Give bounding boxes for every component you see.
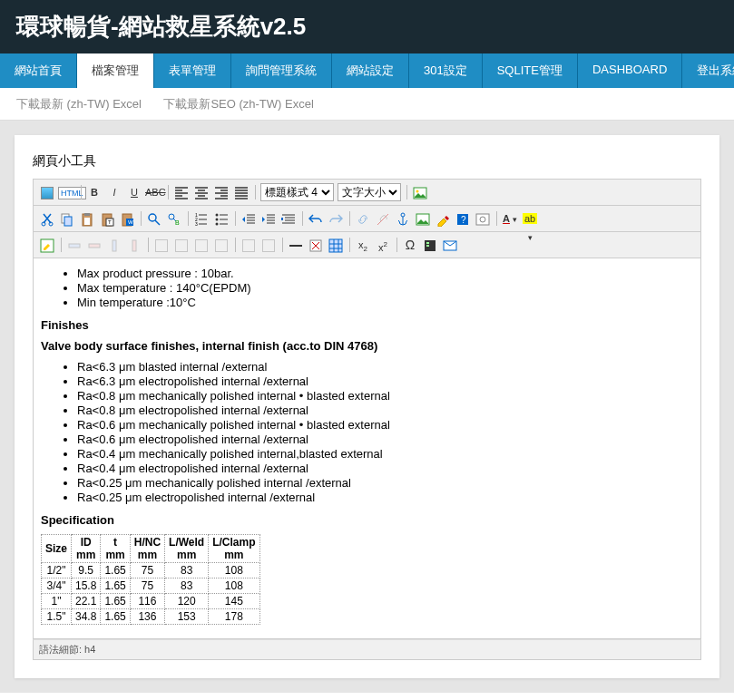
embed-icon[interactable] xyxy=(441,236,459,254)
unlink-icon[interactable] xyxy=(374,209,392,228)
list-item: Ra<0.4 μm mechanically polished internal… xyxy=(77,447,693,461)
source-icon[interactable] xyxy=(38,183,56,201)
image-button[interactable] xyxy=(411,183,429,201)
superscript-icon[interactable]: x2 xyxy=(374,236,392,254)
separator xyxy=(165,183,171,201)
fontsize-select[interactable]: 文字大小 xyxy=(338,183,401,201)
list-item: Ra<0.4 μm electropolished internal /exte… xyxy=(77,462,693,475)
svg-point-22 xyxy=(216,219,219,221)
merge-cells-icon[interactable] xyxy=(240,236,258,254)
separator xyxy=(299,209,305,228)
row-after-icon[interactable] xyxy=(172,236,191,254)
split-cells-icon[interactable] xyxy=(259,236,278,254)
svg-text:B: B xyxy=(175,219,180,226)
table-row: 1/2"9.51.657583108 xyxy=(42,563,260,578)
separator xyxy=(145,236,151,254)
align-justify-icon[interactable] xyxy=(232,183,250,201)
separator xyxy=(347,209,352,228)
special-char-icon[interactable]: Ω xyxy=(401,236,419,254)
separator xyxy=(58,236,64,254)
list-item: Ra<6.3 μm blasted internal /external xyxy=(77,360,693,374)
nav-item[interactable]: 網站首頁 xyxy=(0,53,77,88)
align-center-icon[interactable] xyxy=(192,183,210,201)
table-header: tmm xyxy=(101,535,130,563)
anchor-icon[interactable] xyxy=(394,209,412,228)
separator xyxy=(394,236,399,254)
nav-item[interactable]: SQLITE管理 xyxy=(483,53,578,88)
insert-col-icon[interactable] xyxy=(105,236,123,254)
download-seo-excel-link[interactable]: 下載最新SEO (zh-TW) Excel xyxy=(163,97,313,111)
help-icon[interactable]: ? xyxy=(454,209,472,228)
outdent-icon[interactable] xyxy=(240,209,258,228)
find-icon[interactable] xyxy=(145,209,163,228)
svg-point-23 xyxy=(216,223,219,226)
svg-rect-33 xyxy=(113,240,116,251)
col-after-icon[interactable] xyxy=(212,236,230,254)
redo-icon[interactable] xyxy=(327,209,345,228)
svg-text:3: 3 xyxy=(195,221,198,227)
sub-nav: 下載最新 (zh-TW) Excel 下載最新SEO (zh-TW) Excel xyxy=(0,88,734,121)
undo-icon[interactable] xyxy=(307,209,325,228)
main-nav: 網站首頁檔案管理表單管理詢問管理系統網站設定301設定SQLITE管理DASHB… xyxy=(0,53,734,88)
table-row: 1.5"34.81.65136153178 xyxy=(42,609,260,625)
indent-icon[interactable] xyxy=(259,209,278,228)
hr-icon[interactable] xyxy=(287,236,305,254)
code-icon[interactable] xyxy=(474,209,492,228)
svg-text:T: T xyxy=(108,219,112,225)
nav-item[interactable]: 301設定 xyxy=(409,53,483,88)
paste-word-icon[interactable]: W xyxy=(118,209,136,228)
nav-item[interactable]: DASHBOARD xyxy=(578,53,682,88)
nav-item[interactable]: 網站設定 xyxy=(332,53,409,88)
nav-item[interactable]: 登出系統 xyxy=(682,53,734,88)
paste-text-icon[interactable]: T xyxy=(98,209,116,228)
bold-button[interactable]: B xyxy=(85,183,103,201)
subscript-icon[interactable]: x2 xyxy=(354,236,372,254)
italic-button[interactable]: I xyxy=(105,183,123,201)
heading-select[interactable]: 標題樣式 4 xyxy=(260,183,334,201)
status-bar: 語法細節: h4 xyxy=(33,639,701,660)
col-before-icon[interactable] xyxy=(192,236,210,254)
svg-rect-36 xyxy=(329,239,342,252)
list-item: Ra<0.25 μm electropolished internal /ext… xyxy=(77,491,693,504)
separator xyxy=(252,183,258,201)
forecolor-button[interactable]: A ▾ xyxy=(501,209,519,228)
row-before-icon[interactable] xyxy=(152,236,171,254)
app-header: 環球暢貨-網站救星系統v2.5 xyxy=(0,0,734,53)
align-left-icon[interactable] xyxy=(172,183,191,201)
align-right-icon[interactable] xyxy=(212,183,230,201)
replace-icon[interactable]: B xyxy=(165,209,183,228)
blockquote-icon[interactable] xyxy=(279,209,298,228)
table-icon[interactable] xyxy=(327,236,345,254)
svg-point-24 xyxy=(401,213,405,217)
insert-row-icon[interactable] xyxy=(65,236,83,254)
delete-col-icon[interactable] xyxy=(125,236,143,254)
nav-item[interactable]: 詢問管理系統 xyxy=(231,53,332,88)
cut-icon[interactable] xyxy=(38,209,56,228)
delete-row-icon[interactable] xyxy=(85,236,103,254)
nav-item[interactable]: 檔案管理 xyxy=(77,53,154,88)
editor-content[interactable]: Max product pressure : 10bar.Max tempera… xyxy=(33,258,701,639)
strike-button[interactable]: ABC xyxy=(145,183,163,201)
cleanup-icon[interactable] xyxy=(434,209,452,228)
spec-table: SizeIDmmtmmH/NCmmL/WeldmmL/Clampmm 1/2"9… xyxy=(41,534,260,625)
separator xyxy=(185,209,191,228)
separator xyxy=(494,209,499,228)
ordered-list-icon[interactable]: 123 xyxy=(192,209,210,228)
svg-rect-32 xyxy=(89,244,100,248)
nav-item[interactable]: 表單管理 xyxy=(154,53,231,88)
download-excel-link[interactable]: 下載最新 (zh-TW) Excel xyxy=(16,97,142,111)
edit-icon[interactable] xyxy=(38,236,56,254)
svg-rect-7 xyxy=(84,213,90,216)
table-header: IDmm xyxy=(72,535,101,563)
paste-icon[interactable] xyxy=(78,209,96,228)
unordered-list-icon[interactable] xyxy=(212,209,230,228)
remove-format-icon[interactable] xyxy=(307,236,325,254)
table-header: Size xyxy=(42,535,72,563)
underline-button[interactable]: U xyxy=(125,183,143,201)
media-icon[interactable] xyxy=(421,236,439,254)
copy-icon[interactable] xyxy=(58,209,76,228)
link-icon[interactable] xyxy=(354,209,372,228)
html-button[interactable]: HTML xyxy=(58,183,76,201)
image-icon[interactable] xyxy=(414,209,432,228)
backcolor-button[interactable]: ab ▾ xyxy=(521,209,539,228)
